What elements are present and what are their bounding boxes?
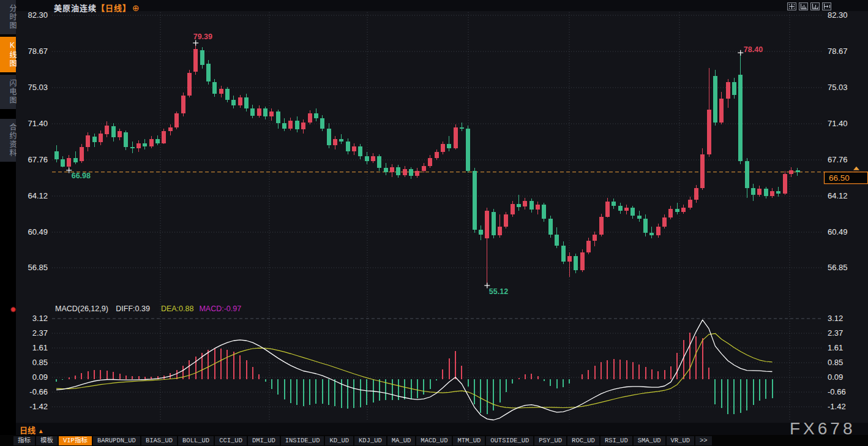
indicator-tab-12[interactable]: MACD_UD <box>416 436 452 445</box>
indicator-tab-4[interactable]: BIAS_UD <box>141 436 177 445</box>
chart-canvas[interactable]: 82.3082.3078.6778.6775.0375.0371.4071.40… <box>0 0 868 446</box>
caret-up-icon: ▲ <box>38 428 44 434</box>
indicator-tab-0[interactable]: 指标 <box>13 436 35 445</box>
indicator-tab-1[interactable]: 模板 <box>36 436 58 445</box>
svg-text:3.12: 3.12 <box>828 314 843 323</box>
svg-text:1.61: 1.61 <box>32 343 48 352</box>
axis-right-icon[interactable] <box>810 2 820 10</box>
indicator-tab-6[interactable]: CCI_UD <box>215 436 247 445</box>
macd-histogram <box>56 333 773 414</box>
svg-text:71.40: 71.40 <box>828 119 848 128</box>
axis-labels: 82.3082.3078.6778.6775.0375.0371.4071.40… <box>28 10 847 411</box>
candlesticks <box>54 44 800 285</box>
left-sidebar: 分时图K线图闪电图合约资料 <box>0 0 16 446</box>
indicator-tab-8[interactable]: INSIDE_UD <box>281 436 324 445</box>
chart-toolbar-icons <box>787 2 831 10</box>
period-tag[interactable]: 【日线】 <box>97 4 131 13</box>
indicator-tab-2[interactable]: VIP指标 <box>59 436 92 445</box>
svg-text:0.85: 0.85 <box>828 358 843 367</box>
svg-text:60.49: 60.49 <box>28 227 48 236</box>
svg-text:-1.42: -1.42 <box>29 402 48 411</box>
period-selector[interactable]: 日线 ▲ <box>20 424 44 436</box>
svg-text:55.12: 55.12 <box>489 287 508 296</box>
svg-text:82.30: 82.30 <box>828 10 848 20</box>
indicator-tab-9[interactable]: KD_UD <box>325 436 353 445</box>
svg-text:-1.42: -1.42 <box>828 402 846 411</box>
svg-text:64.12: 64.12 <box>28 191 48 200</box>
svg-text:3.12: 3.12 <box>32 314 48 323</box>
indicator-tab-14[interactable]: OUTSIDE_UD <box>486 436 533 445</box>
indicator-tab-16[interactable]: ROC_UD <box>567 436 599 445</box>
svg-text:82.30: 82.30 <box>28 10 48 20</box>
macd-value: MACD:-0.97 <box>199 304 241 313</box>
macd-header: MACD(26,12,9) DIFF:0.39DEA:0.88MACD:-0.9… <box>55 304 247 313</box>
svg-text:-0.66: -0.66 <box>29 387 48 396</box>
indicator-tab-5[interactable]: BOLL_UD <box>178 436 214 445</box>
dea-value: DEA:0.88 <box>161 304 194 313</box>
sidebar-item-3[interactable]: 合约资料 <box>0 119 16 162</box>
svg-text:71.40: 71.40 <box>28 119 48 128</box>
sidebar-item-1[interactable]: K线图 <box>0 37 16 72</box>
svg-text:0.09: 0.09 <box>32 372 48 382</box>
indicator-tab-3[interactable]: BARUPDN_UD <box>93 436 140 445</box>
svg-text:60.49: 60.49 <box>828 227 848 236</box>
price-annotations: 79.3978.4066.9855.12 <box>66 32 763 296</box>
svg-text:-0.66: -0.66 <box>828 387 846 396</box>
svg-text:78.67: 78.67 <box>28 47 48 56</box>
axis-left-icon[interactable] <box>799 2 808 10</box>
symbol-name: 美原油连续 <box>54 4 97 13</box>
indicator-tabbar: 指标模板VIP指标BARUPDN_UDBIAS_UDBOLL_UDCCI_UDD… <box>0 435 868 446</box>
charting-app-window: 82.3082.3078.6778.6775.0375.0371.4071.40… <box>0 0 868 446</box>
alert-icon[interactable]: ✹ <box>10 305 17 314</box>
svg-text:0.09: 0.09 <box>828 372 843 382</box>
svg-text:66.98: 66.98 <box>72 172 91 180</box>
svg-text:66.50: 66.50 <box>829 173 850 183</box>
indicator-tab-11[interactable]: MA_UD <box>387 436 416 445</box>
svg-text:56.85: 56.85 <box>28 263 48 272</box>
indicator-tab-17[interactable]: RSI_UD <box>600 436 632 445</box>
watermark: FX678 <box>790 419 856 439</box>
sidebar-item-0[interactable]: 分时图 <box>0 0 16 34</box>
svg-text:1.61: 1.61 <box>828 343 843 352</box>
sidebar-item-2[interactable]: 闪电图 <box>0 75 16 109</box>
svg-text:75.03: 75.03 <box>828 83 848 92</box>
axis-shift-icon[interactable] <box>822 2 831 10</box>
svg-text:67.76: 67.76 <box>28 155 48 164</box>
svg-text:2.37: 2.37 <box>828 328 843 338</box>
svg-text:0.85: 0.85 <box>32 358 48 367</box>
svg-text:2.37: 2.37 <box>32 328 48 338</box>
chart-title: 美原油连续【日线】⊕ <box>54 2 140 13</box>
indicator-tab-13[interactable]: MTM_UD <box>453 436 485 445</box>
svg-text:67.76: 67.76 <box>828 155 848 164</box>
indicator-tab-15[interactable]: PSY_UD <box>534 436 566 445</box>
gridlines <box>52 12 823 421</box>
indicator-tab-18[interactable]: SMA_UD <box>634 436 665 445</box>
svg-text:64.12: 64.12 <box>828 191 848 200</box>
add-indicator-icon[interactable]: ⊕ <box>132 3 140 13</box>
diff-line <box>56 320 773 420</box>
date-axis-row: 日线 ▲ <box>16 423 868 435</box>
indicator-tab-19[interactable]: VR_UD <box>667 436 695 445</box>
svg-text:56.85: 56.85 <box>828 263 848 272</box>
svg-text:78.40: 78.40 <box>744 45 763 54</box>
svg-text:75.03: 75.03 <box>28 83 48 92</box>
svg-text:79.39: 79.39 <box>193 32 212 41</box>
indicator-tab-7[interactable]: DMI_UD <box>248 436 280 445</box>
crosshair-icon[interactable] <box>787 2 796 10</box>
svg-text:78.67: 78.67 <box>828 47 848 56</box>
indicator-tab-10[interactable]: KDJ_UD <box>354 436 386 445</box>
indicator-tab-20[interactable]: >> <box>695 436 712 445</box>
macd-params-and-diff: MACD(26,12,9) DIFF:0.39 <box>55 304 155 313</box>
